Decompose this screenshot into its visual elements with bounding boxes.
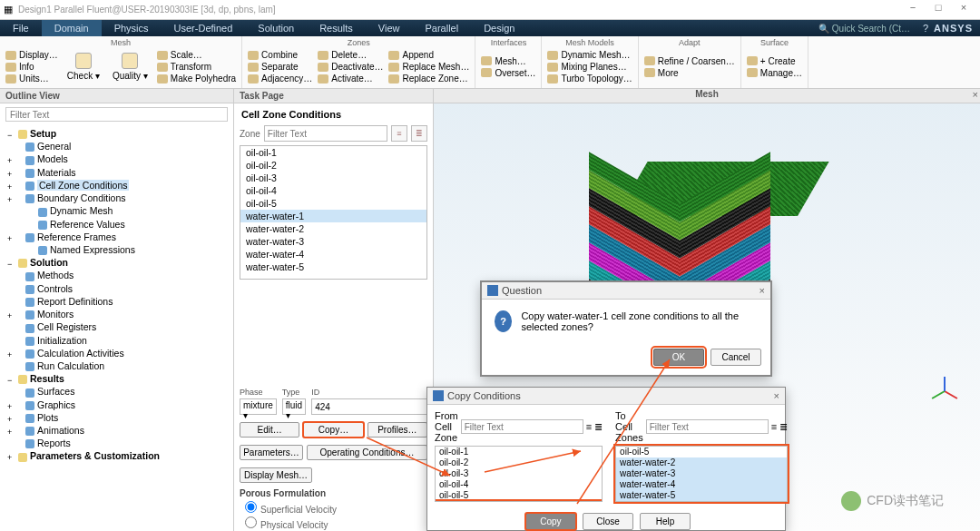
tree-node[interactable]: Calculation Activities xyxy=(5,347,233,359)
menu-results[interactable]: Results xyxy=(307,20,366,36)
ribbon-item[interactable]: Overset… xyxy=(481,68,535,78)
maximize-button[interactable]: □ xyxy=(926,2,951,18)
zone-filter-btn-b[interactable]: ≣ xyxy=(411,125,427,142)
type-select[interactable]: fluid ▾ xyxy=(282,398,306,415)
close-button[interactable]: Close xyxy=(583,513,633,530)
ribbon-item[interactable]: Activate… xyxy=(318,74,383,84)
help-button[interactable]: Help xyxy=(640,513,691,530)
zone-item[interactable]: oil-oil-5 xyxy=(240,197,426,210)
zone-item[interactable]: oil-oil-4 xyxy=(240,184,426,197)
tree-node[interactable]: Surfaces xyxy=(5,385,233,398)
ribbon-item[interactable]: Replace Mesh… xyxy=(388,62,469,72)
close-button[interactable]: × xyxy=(951,2,976,18)
menu-user-defined[interactable]: User-Defined xyxy=(162,20,246,36)
tree-node[interactable]: Reference Values xyxy=(5,218,233,231)
ribbon-item[interactable]: Check ▾ xyxy=(64,51,103,83)
copy-button[interactable]: Copy… xyxy=(303,422,363,438)
zone-item[interactable]: oil-oil-3 xyxy=(240,172,426,184)
tree-node[interactable]: Dynamic Mesh xyxy=(5,204,233,217)
ribbon-item[interactable]: Adjacency… xyxy=(248,74,312,84)
zone-filter-btn-a[interactable]: ≡ xyxy=(391,125,407,142)
zone-item[interactable]: water-water-4 xyxy=(240,248,426,261)
from-btn-b[interactable]: ≣ xyxy=(594,421,603,433)
from-zone-item[interactable]: water-water-1 xyxy=(436,501,602,502)
parameters-button[interactable]: Parameters… xyxy=(240,445,303,460)
outline-tree[interactable]: SetupGeneralModelsMaterialsCell Zone Con… xyxy=(0,125,233,531)
to-btn-a[interactable]: ≡ xyxy=(771,421,777,432)
menu-view[interactable]: View xyxy=(366,20,413,36)
tree-node[interactable]: Solution xyxy=(5,256,233,269)
ribbon-item[interactable]: Append xyxy=(388,50,469,60)
ribbon-item[interactable]: Make Polyhedra xyxy=(157,74,236,84)
physical-velocity-radio[interactable]: Physical Velocity xyxy=(245,516,422,530)
viewport-close-icon[interactable]: × xyxy=(973,89,978,100)
ribbon-item[interactable]: + Create xyxy=(747,56,802,66)
menu-file[interactable]: File xyxy=(0,20,42,36)
minimize-button[interactable]: − xyxy=(900,2,926,18)
from-zone-item[interactable]: oil-oil-2 xyxy=(436,457,602,468)
tree-node[interactable]: General xyxy=(5,140,233,152)
ribbon-item[interactable]: Quality ▾ xyxy=(109,51,152,83)
zone-item[interactable]: water-water-1 xyxy=(240,210,426,222)
zone-item[interactable]: water-water-3 xyxy=(240,235,426,248)
tree-node[interactable]: Graphics xyxy=(5,398,233,411)
to-zone-list[interactable]: oil-oil-5water-water-2water-water-3water… xyxy=(615,446,788,502)
zone-item[interactable]: oil-oil-2 xyxy=(240,159,426,172)
edit-button[interactable]: Edit… xyxy=(240,422,299,438)
ribbon-item[interactable]: Display… xyxy=(5,50,58,60)
ribbon-item[interactable]: Delete… xyxy=(318,50,383,60)
ribbon-item[interactable]: Deactivate… xyxy=(318,62,383,72)
display-mesh-button[interactable]: Display Mesh… xyxy=(240,467,312,483)
phase-select[interactable]: mixture ▾ xyxy=(240,398,277,415)
to-btn-b[interactable]: ≣ xyxy=(779,421,788,433)
ribbon-item[interactable]: Manage… xyxy=(747,68,802,78)
ribbon-item[interactable]: Mesh… xyxy=(481,56,535,66)
tree-node[interactable]: Reference Frames xyxy=(5,231,233,243)
ribbon-item[interactable]: Refine / Coarsen… xyxy=(644,56,735,66)
tree-node[interactable]: Monitors xyxy=(5,308,233,320)
menu-solution[interactable]: Solution xyxy=(245,20,307,36)
from-zone-item[interactable]: oil-oil-3 xyxy=(436,468,602,479)
tree-node[interactable]: Models xyxy=(5,152,233,165)
ribbon-item[interactable]: Separate xyxy=(248,62,312,72)
tree-node[interactable]: Controls xyxy=(5,282,233,295)
ribbon-item[interactable]: Replace Zone… xyxy=(388,74,469,84)
tree-node[interactable]: Cell Registers xyxy=(5,320,233,333)
ribbon-item[interactable]: Dynamic Mesh… xyxy=(547,50,632,60)
zone-item[interactable]: oil-oil-1 xyxy=(240,146,426,159)
tree-node[interactable]: Named Expressions xyxy=(5,243,233,256)
ribbon-item[interactable]: Combine xyxy=(248,50,312,60)
question-close-icon[interactable]: × xyxy=(760,285,765,296)
tree-node[interactable]: Setup xyxy=(5,127,233,140)
tree-node[interactable]: Animations xyxy=(5,424,233,437)
outline-filter-input[interactable] xyxy=(5,107,228,122)
profiles-button[interactable]: Profiles… xyxy=(368,422,427,438)
ribbon-item[interactable]: More xyxy=(644,68,735,78)
copy-close-icon[interactable]: × xyxy=(774,390,779,401)
to-zone-item[interactable]: water-water-2 xyxy=(616,457,787,468)
zone-filter-input[interactable] xyxy=(264,125,387,142)
from-filter-input[interactable] xyxy=(461,419,583,434)
from-zone-item[interactable]: oil-oil-5 xyxy=(436,490,602,501)
ribbon-item[interactable]: Turbo Topology… xyxy=(547,74,632,84)
ok-button[interactable]: OK xyxy=(653,349,704,366)
from-zone-item[interactable]: oil-oil-4 xyxy=(436,479,602,490)
menu-physics[interactable]: Physics xyxy=(102,20,162,36)
tree-node[interactable]: Reports xyxy=(5,437,233,449)
tree-node[interactable]: Run Calculation xyxy=(5,359,233,372)
ribbon-item[interactable]: Units… xyxy=(5,74,58,84)
menu-parallel[interactable]: Parallel xyxy=(412,20,471,36)
copy-action-button[interactable]: Copy xyxy=(525,513,576,530)
tree-node[interactable]: Parameters & Customization xyxy=(5,449,233,462)
superficial-velocity-radio[interactable]: Superficial Velocity xyxy=(245,501,422,515)
tree-node[interactable]: Cell Zone Conditions xyxy=(5,179,233,192)
tree-node[interactable]: Report Definitions xyxy=(5,295,233,308)
from-zone-list[interactable]: oil-oil-1oil-oil-2oil-oil-3oil-oil-4oil-… xyxy=(435,446,603,502)
to-zone-item[interactable]: water-water-5 xyxy=(616,490,787,501)
tree-node[interactable]: Plots xyxy=(5,411,233,424)
to-zone-item[interactable]: water-water-4 xyxy=(616,479,787,490)
cancel-button[interactable]: Cancel xyxy=(710,349,761,366)
zone-item[interactable]: water-water-5 xyxy=(240,261,426,273)
to-filter-input[interactable] xyxy=(646,419,769,434)
tree-node[interactable]: Initialization xyxy=(5,334,233,347)
